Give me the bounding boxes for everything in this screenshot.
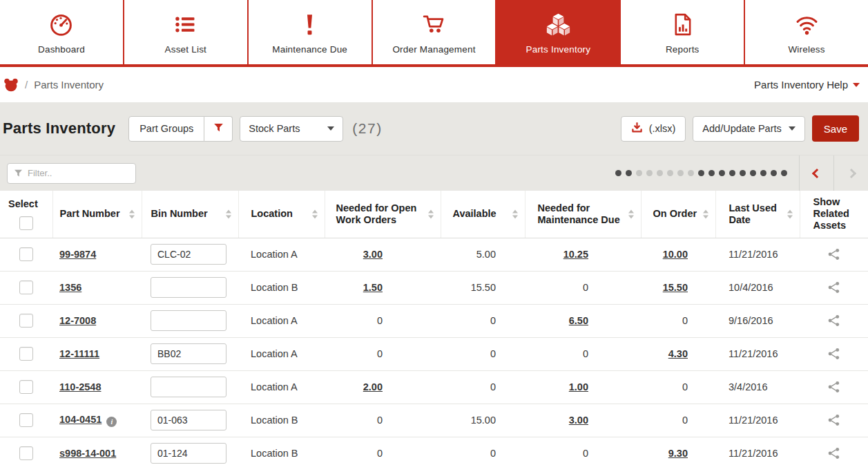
sort-icon[interactable]: [226, 209, 231, 218]
nav-item-dashboard[interactable]: Dashboard: [0, 0, 124, 64]
share-icon[interactable]: [827, 314, 840, 328]
filter-input[interactable]: [28, 168, 129, 178]
pagination-dot[interactable]: [740, 170, 746, 176]
pagination-dot[interactable]: [646, 170, 653, 176]
column-header-location[interactable]: Location: [238, 191, 325, 238]
sort-icon[interactable]: [628, 209, 634, 218]
part-number-link[interactable]: 12-7008: [59, 315, 96, 326]
order-cart-icon: [421, 10, 447, 38]
part-number-link[interactable]: 1356: [59, 282, 81, 293]
nav-item-parts-inventory[interactable]: Parts Inventory: [496, 0, 621, 64]
sort-icon[interactable]: [428, 209, 434, 218]
bin-number-input[interactable]: [151, 244, 226, 265]
sort-icon[interactable]: [129, 209, 135, 218]
pagination-dot[interactable]: [615, 170, 621, 176]
available-value: 0: [490, 315, 496, 326]
filter-funnel-icon: [14, 169, 23, 178]
row-checkbox[interactable]: [19, 347, 33, 361]
pagination-dot[interactable]: [636, 170, 642, 176]
needed-maint-value[interactable]: 3.00: [569, 415, 588, 426]
part-number-link[interactable]: 110-2548: [59, 381, 101, 392]
bin-number-input[interactable]: [151, 343, 226, 364]
part-number-link[interactable]: s998-14-001: [59, 448, 116, 459]
needed-maint-value[interactable]: 6.50: [569, 315, 588, 326]
export-xlsx-button[interactable]: (.xlsx): [621, 116, 686, 142]
sort-icon[interactable]: [787, 209, 793, 218]
pagination-dot[interactable]: [719, 170, 725, 176]
pagination-dot[interactable]: [626, 170, 632, 176]
share-icon[interactable]: [827, 380, 840, 394]
on-order-value[interactable]: 10.00: [663, 249, 688, 260]
share-icon[interactable]: [827, 347, 840, 361]
row-checkbox[interactable]: [19, 281, 33, 294]
share-icon[interactable]: [827, 446, 840, 460]
next-page-button[interactable]: [833, 155, 868, 191]
available-value: 0: [490, 348, 496, 359]
part-number-link[interactable]: 104-0451: [59, 414, 102, 425]
on-order-value[interactable]: 4.30: [668, 348, 688, 359]
part-number-link[interactable]: 99-9874: [59, 249, 96, 260]
row-checkbox[interactable]: [19, 314, 33, 328]
pagination-dot[interactable]: [771, 170, 777, 176]
pagination-dot[interactable]: [677, 170, 684, 176]
needed-maint-value[interactable]: 10.25: [563, 249, 588, 260]
pagination-dot[interactable]: [729, 170, 735, 176]
help-menu[interactable]: Parts Inventory Help: [754, 79, 860, 91]
pagination-dot[interactable]: [667, 170, 673, 176]
column-header-part-number[interactable]: Part Number: [52, 191, 142, 238]
pagination-dot[interactable]: [657, 170, 663, 176]
info-icon[interactable]: [106, 417, 117, 427]
nav-item-maintenance-due[interactable]: Maintenance Due: [249, 0, 373, 64]
share-icon[interactable]: [827, 247, 840, 261]
nav-item-reports[interactable]: Reports: [621, 0, 745, 64]
needed-open-value[interactable]: 1.50: [363, 282, 383, 293]
pagination-dot[interactable]: [781, 170, 787, 176]
table-row: 99-9874 Location A 3.00 5.00 10.25 10.00…: [0, 238, 868, 271]
bin-number-input[interactable]: [151, 410, 226, 430]
sort-icon[interactable]: [512, 209, 518, 218]
pagination-dot[interactable]: [688, 170, 694, 176]
select-all-checkbox[interactable]: [19, 216, 33, 230]
sort-icon[interactable]: [703, 209, 708, 218]
needed-open-value[interactable]: 3.00: [363, 249, 383, 260]
row-checkbox[interactable]: [19, 247, 33, 261]
table-body: 99-9874 Location A 3.00 5.00 10.25 10.00…: [0, 238, 868, 470]
row-checkbox[interactable]: [19, 446, 33, 460]
column-header-needed-maintenance[interactable]: Needed for Maintenance Due: [525, 191, 641, 238]
nav-item-wireless[interactable]: Wireless: [745, 0, 868, 64]
prev-page-button[interactable]: [799, 155, 833, 191]
bin-number-input[interactable]: [151, 377, 226, 397]
sort-icon[interactable]: [312, 209, 318, 218]
table-row: 12-7008 Location A 0 0 6.50 0 9/16/2016: [0, 304, 868, 337]
bin-number-input[interactable]: [151, 443, 226, 464]
pagination-dot[interactable]: [760, 170, 766, 176]
column-header-bin-number[interactable]: Bin Number: [142, 191, 238, 238]
column-header-needed-open[interactable]: Needed for Open Work Orders: [325, 191, 441, 238]
on-order-value[interactable]: 15.50: [663, 282, 688, 293]
column-header-available[interactable]: Available: [441, 191, 525, 238]
part-number-link[interactable]: 12-11111: [59, 348, 99, 359]
row-checkbox[interactable]: [19, 413, 33, 427]
row-checkbox[interactable]: [19, 380, 33, 394]
bin-number-input[interactable]: [151, 277, 226, 298]
part-group-select[interactable]: Stock Parts: [240, 116, 343, 142]
bin-number-input[interactable]: [151, 310, 226, 331]
on-order-value[interactable]: 9.30: [668, 448, 688, 459]
nav-item-asset-list[interactable]: Asset List: [124, 0, 249, 64]
filter-box: [7, 163, 136, 184]
share-icon[interactable]: [827, 413, 840, 427]
column-header-last-used-date[interactable]: Last Used Date: [715, 191, 800, 238]
pagination-dot[interactable]: [708, 170, 715, 176]
part-groups-filter-button[interactable]: [204, 116, 233, 142]
save-button[interactable]: Save: [812, 115, 859, 142]
needed-maint-value[interactable]: 1.00: [569, 381, 588, 392]
nav-item-order-management[interactable]: Order Management: [373, 0, 497, 64]
column-header-on-order[interactable]: On Order: [641, 191, 715, 238]
needed-open-value[interactable]: 2.00: [363, 381, 383, 392]
pagination-dot[interactable]: [750, 170, 756, 176]
add-update-parts-button[interactable]: Add/Update Parts: [693, 116, 804, 142]
home-logo-icon[interactable]: [3, 78, 19, 92]
part-groups-button[interactable]: Part Groups: [128, 116, 204, 142]
share-icon[interactable]: [827, 281, 840, 294]
pagination-dot[interactable]: [698, 170, 704, 176]
